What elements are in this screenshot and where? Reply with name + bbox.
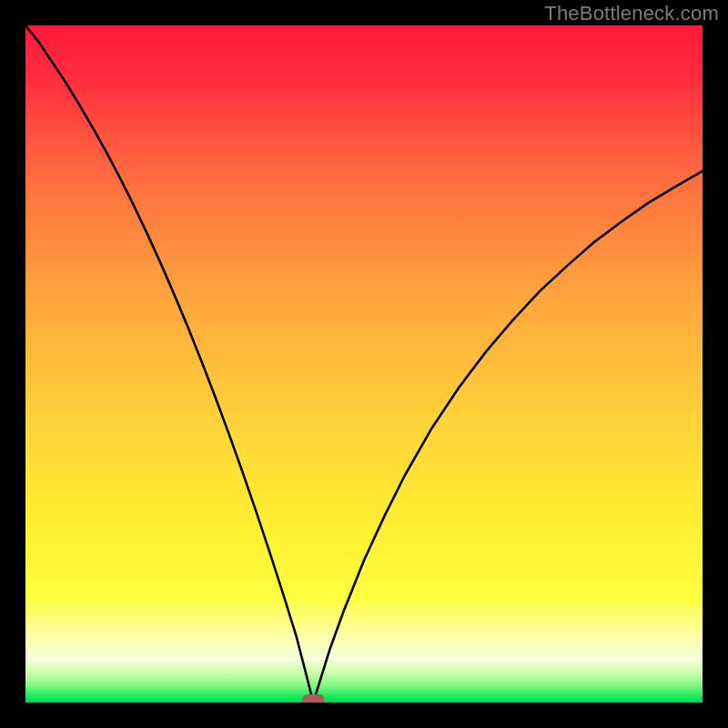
bottleneck-chart: [25, 25, 703, 703]
min-marker: [302, 694, 324, 703]
watermark-text: TheBottleneck.com: [544, 2, 719, 25]
chart-frame: TheBottleneck.com: [0, 0, 728, 728]
gradient-background: [25, 25, 703, 703]
